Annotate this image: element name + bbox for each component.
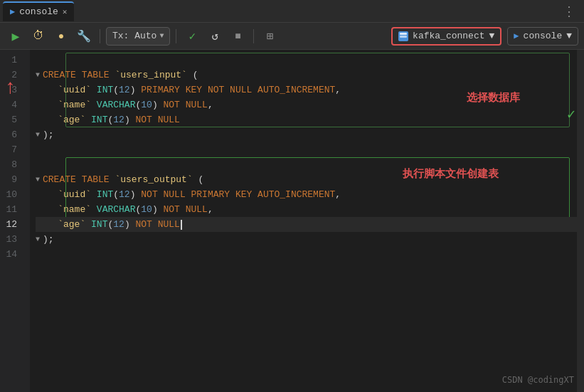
tab-bar: ▶ console ✕ ⋮	[0, 0, 584, 23]
history-button[interactable]: ⏱	[28, 26, 48, 46]
line-num-9: 9	[0, 172, 23, 187]
line-num-6: 6	[0, 127, 23, 142]
line-num-4: 4	[0, 97, 23, 112]
line-num-7: 7	[0, 142, 23, 157]
console-chevron-icon: ▼	[566, 31, 572, 41]
tab-close-button[interactable]: ✕	[63, 7, 68, 16]
tx-chevron-icon: ▼	[159, 32, 164, 40]
fold-2[interactable]: ▼	[36, 68, 40, 83]
code-line-7	[36, 142, 577, 157]
commit-button[interactable]: ✓	[182, 26, 202, 46]
run-script-annotation: 执行脚本文件创建表	[403, 167, 499, 181]
line-num-14: 14	[0, 247, 23, 262]
svg-rect-0	[400, 33, 407, 35]
code-line-1	[36, 53, 577, 68]
console-icon: ▶	[514, 31, 519, 41]
line-numbers-gutter: 1 2 3 4 5 6 7 8 9 10 11 12 13 14	[0, 50, 30, 392]
code-line-14	[36, 247, 577, 262]
tab-label: console	[19, 6, 58, 17]
line-num-13: 13	[0, 232, 23, 247]
console-tab[interactable]: ▶ console ✕	[3, 1, 74, 21]
code-line-6: ▼);	[36, 127, 577, 142]
db-selector-dropdown[interactable]: kafka_connect ▼	[391, 27, 501, 46]
code-line-5: `age` INT(12) NOT NULL	[36, 112, 577, 127]
db-name-label: kafka_connect	[413, 31, 484, 41]
stop-button[interactable]: ■	[228, 26, 248, 46]
console-name-label: console	[524, 31, 563, 41]
code-line-10: `uuid` INT(12) NOT NULL PRIMARY KEY AUTO…	[36, 187, 577, 202]
code-line-13: ▼);	[36, 232, 577, 247]
separator-3	[253, 29, 254, 43]
toolbar: ▶ ⏱ ● 🔧 Tx: Auto ▼ ✓ ↺ ■ ⊞ kafka_connect…	[0, 23, 584, 50]
separator-1	[100, 29, 100, 43]
pause-button[interactable]: ●	[51, 26, 71, 46]
fold-9[interactable]: ▼	[36, 172, 40, 187]
fold-6[interactable]: ▼	[36, 127, 40, 142]
success-check-icon: ✓	[567, 105, 575, 123]
console-selector-dropdown[interactable]: ▶ console ▼	[507, 27, 578, 46]
line-num-5: 5	[0, 112, 23, 127]
fold-13[interactable]: ▼	[36, 232, 40, 247]
wrench-button[interactable]: 🔧	[74, 26, 94, 46]
tx-dropdown[interactable]: Tx: Auto ▼	[106, 27, 170, 46]
db-icon	[398, 31, 408, 41]
line-num-8: 8	[0, 157, 23, 172]
text-cursor	[181, 220, 182, 230]
line-num-10: 10	[0, 187, 23, 202]
code-line-12: `age` INT(12) NOT NULL	[36, 217, 577, 232]
select-db-annotation: 选择数据库	[467, 91, 520, 105]
line-num-1: 1	[0, 53, 23, 68]
code-line-2: ▼CREATE TABLE `users_input` (	[36, 68, 577, 83]
terminal-icon: ▶	[10, 6, 15, 17]
line-num-11: 11	[0, 202, 23, 217]
editor-area: ↑ 1 2 3 4 5 6 7 8 9 10 11 12 13 14 ▼CREA…	[0, 50, 584, 392]
code-line-11: `name` VARCHAR(10) NOT NULL,	[36, 202, 577, 217]
more-options-button[interactable]: ⋮	[557, 4, 581, 19]
run-arrow-annotation: ↑	[4, 78, 16, 98]
watermark-label: CSDN @codingXT	[502, 375, 574, 385]
separator-2	[176, 29, 176, 43]
line-num-12: 12	[0, 217, 23, 232]
vertical-scrollbar[interactable]	[577, 50, 584, 392]
svg-rect-1	[400, 36, 407, 38]
grid-button[interactable]: ⊞	[260, 26, 280, 46]
toolbar-right: kafka_connect ▼ ▶ console ▼	[391, 27, 578, 46]
db-chevron-icon: ▼	[489, 31, 495, 41]
run-button[interactable]: ▶	[6, 26, 26, 46]
tx-label: Tx: Auto	[112, 31, 156, 41]
revert-button[interactable]: ↺	[205, 26, 225, 46]
